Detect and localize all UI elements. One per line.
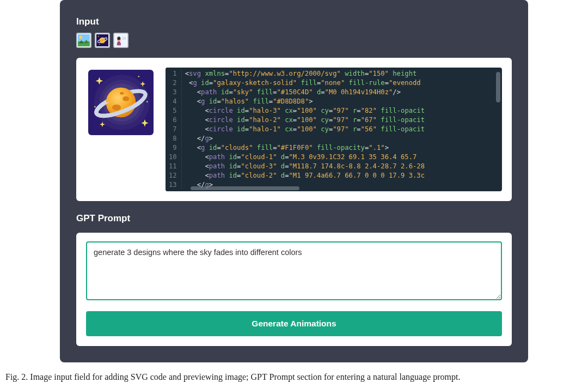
thumbnail-3[interactable] [113, 33, 128, 48]
prompt-section-label: GPT Prompt [76, 213, 512, 224]
code-editor[interactable]: 12345678910111213 <svg xmlns="http://www… [166, 68, 502, 191]
code-lines[interactable]: <svg xmlns="http://www.w3.org/2000/svg" … [182, 68, 502, 191]
thumbnail-1[interactable] [76, 33, 91, 48]
horizontal-scrollbar-thumb[interactable] [191, 186, 299, 190]
input-section-label: Input [76, 16, 512, 27]
generate-button[interactable]: Generate Animations [86, 311, 502, 336]
figure-caption: Fig. 2. Image input field for adding SVG… [0, 362, 588, 382]
line-number-gutter: 12345678910111213 [166, 68, 182, 191]
svg-point-22 [120, 92, 124, 95]
svg-point-21 [112, 105, 121, 111]
svg-preview [88, 70, 154, 135]
svg-point-7 [106, 37, 107, 38]
prompt-input[interactable]: generate 3 designs where the sky fades i… [86, 241, 502, 300]
svg-point-26 [146, 101, 148, 102]
thumbnail-row [76, 33, 512, 48]
vertical-scrollbar-thumb[interactable] [496, 72, 500, 102]
svg-rect-2 [78, 41, 90, 46]
app-panel: Input [60, 0, 528, 362]
svg-rect-9 [115, 34, 127, 46]
prompt-card: generate 3 designs where the sky fades i… [76, 233, 512, 346]
input-card: 12345678910111213 <svg xmlns="http://www… [76, 58, 512, 201]
svg-point-20 [122, 96, 129, 101]
thumbnail-2[interactable] [95, 33, 110, 48]
landscape-scene-icon [78, 34, 90, 46]
svg-point-6 [98, 36, 99, 37]
person-speech-icon [115, 34, 127, 46]
svg-point-24 [138, 76, 139, 77]
svg-point-8 [99, 44, 100, 45]
svg-point-1 [79, 36, 83, 39]
svg-point-25 [94, 106, 95, 107]
galaxy-planet-icon [96, 34, 108, 46]
svg-rect-11 [122, 37, 126, 40]
